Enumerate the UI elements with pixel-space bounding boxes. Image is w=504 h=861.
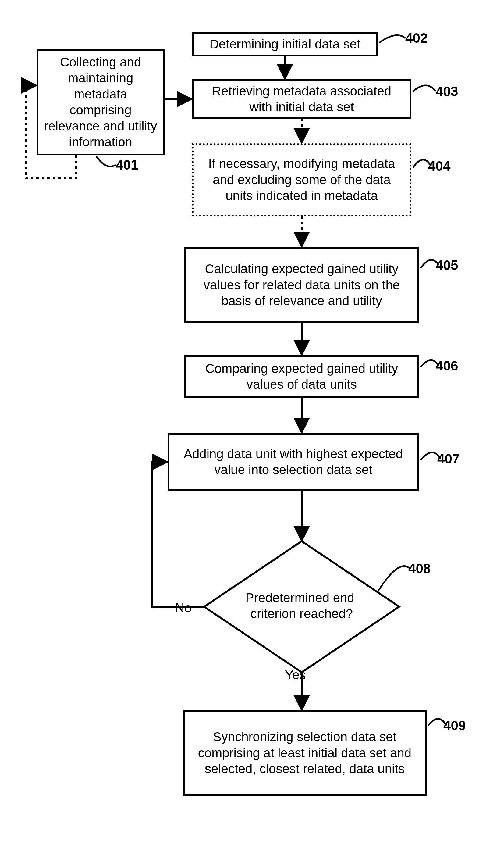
node-405: Calculating expected gained utility valu… <box>184 247 419 323</box>
node-409-text: Synchronizing selection data set compris… <box>190 729 419 777</box>
ref-408: 408 <box>408 561 431 576</box>
node-406-text: Comparing expected gained utility values… <box>192 361 412 393</box>
node-405-text: Calculating expected gained utility valu… <box>192 261 412 309</box>
node-404: If necessary, modifying metadata and exc… <box>192 143 411 217</box>
label-no: No <box>175 601 192 615</box>
node-402: Determining initial data set <box>192 32 378 56</box>
ref-402: 402 <box>405 30 428 46</box>
label-yes: Yes <box>285 668 306 682</box>
ref-404: 404 <box>428 159 450 174</box>
svg-marker-7 <box>204 541 399 672</box>
ref-407: 407 <box>437 451 460 466</box>
node-401: Collecting and maintaining metadata comp… <box>37 49 165 155</box>
node-406: Comparing expected gained utility values… <box>184 355 419 398</box>
ref-406: 406 <box>436 358 458 373</box>
node-402-text: Determining initial data set <box>210 36 361 52</box>
node-404-text: If necessary, modifying metadata and exc… <box>199 156 404 204</box>
node-409: Synchronizing selection data set compris… <box>183 710 426 796</box>
ref-401: 401 <box>116 157 138 173</box>
node-407: Adding data unit with highest expected v… <box>168 433 419 491</box>
ref-403: 403 <box>436 84 458 99</box>
node-401-text: Collecting and maintaining metadata comp… <box>44 54 157 150</box>
node-403-text: Retrieving metadata associated with init… <box>199 83 404 115</box>
node-407-text: Adding data unit with highest expected v… <box>175 446 412 478</box>
ref-409: 409 <box>443 718 466 733</box>
ref-405: 405 <box>436 258 458 273</box>
svg-text:Predetermined end
    criterio: Predetermined end criterion reached? <box>246 590 358 621</box>
node-403: Retrieving metadata associated with init… <box>192 79 411 119</box>
